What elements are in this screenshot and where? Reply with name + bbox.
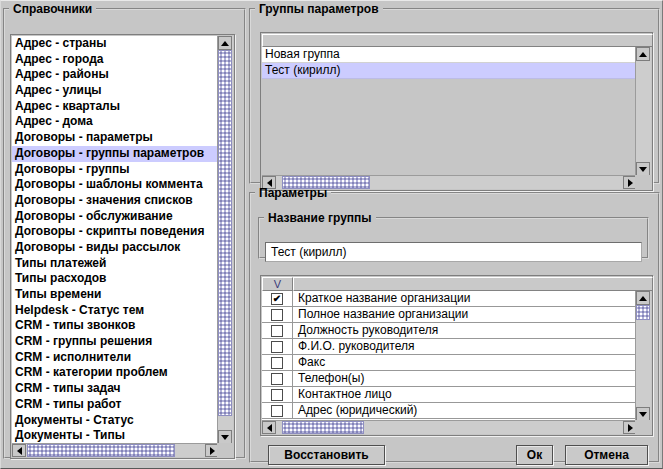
ok-button[interactable]: Ок [516,445,553,465]
groups-vertical-scrollbar[interactable] [635,47,651,176]
scroll-up-button[interactable] [218,36,232,50]
list-item[interactable]: Договоры - группы [12,162,218,178]
scroll-down-button[interactable] [636,162,650,176]
list-item[interactable]: Договоры - группы параметров [12,146,218,162]
parameter-label[interactable]: Краткое название организации [293,291,636,306]
cancel-button[interactable]: Отмена [565,445,648,465]
groups-panel: Группы параметров Новая группаТест (кири… [249,2,660,184]
list-item[interactable]: Договоры - виды рассылок [12,240,218,256]
list-item[interactable]: Договоры - обслуживание [12,209,218,225]
list-item[interactable]: Адрес - районы [12,67,218,83]
arrow-right-icon [628,424,633,432]
checkbox-icon[interactable] [271,373,283,385]
list-item[interactable]: Документы - Типы [12,428,218,444]
table-row: Должность руководителя [262,323,636,339]
label-column-header [293,277,653,291]
parameter-label[interactable]: Ф.И.О. руководителя [293,339,636,354]
directories-vertical-scrollbar[interactable] [217,36,233,444]
scrollbar-thumb[interactable] [636,305,650,320]
group-name-input[interactable]: Тест (кирилл) [265,242,642,262]
restore-button[interactable]: Восстановить [268,445,385,465]
arrow-left-icon [267,424,272,432]
directories-panel: Справочники Адрес - страныАдрес - города… [3,2,246,459]
parameters-table-header: V [262,277,653,291]
arrow-down-icon [639,167,647,172]
check-column-header: V [262,277,293,291]
list-item[interactable]: Типы платежей [12,256,218,272]
groups-panel-title: Группы параметров [255,2,383,16]
scrollbar-thumb[interactable] [27,444,175,457]
scrollbar-thumb[interactable] [218,50,232,416]
groups-header-cell [262,34,653,47]
scrollbar-thumb[interactable] [282,421,364,434]
arrow-right-icon [210,447,215,455]
group-row[interactable]: Новая группа [262,47,636,63]
parameters-table: ✔Краткое название организацииПолное назв… [262,291,636,421]
parameters-table-scrollpane: V ✔Краткое название организацииПолное на… [260,275,653,436]
table-row: Контактное лицо [262,387,636,403]
group-row[interactable]: Тест (кирилл) [262,63,636,79]
list-item[interactable]: Документы - Статус [12,413,218,429]
directories-horizontal-scrollbar[interactable] [12,443,219,457]
arrow-down-icon [221,435,229,440]
parameter-label[interactable]: Телефон(ы) [293,371,636,386]
list-item[interactable]: Helpdesk - Статус тем [12,303,218,319]
list-item[interactable]: CRM - группы решения [12,334,218,350]
parameter-label[interactable]: Полное название организации [293,307,636,322]
arrow-up-icon [639,52,647,57]
list-item[interactable]: CRM - типы работ [12,397,218,413]
scroll-left-button[interactable] [262,421,276,434]
list-item[interactable]: Договоры - параметры [12,130,218,146]
checkbox-cell [262,403,293,418]
checkbox-icon[interactable] [271,309,283,321]
parameter-label[interactable]: Должность руководителя [293,323,636,338]
scroll-down-button[interactable] [218,430,232,444]
table-row: Адрес (юридический) [262,403,636,419]
checkbox-cell [262,307,293,322]
checkbox-icon[interactable] [271,357,283,369]
list-item[interactable]: Типы расходов [12,271,218,287]
parameters-panel-title: Параметры [255,186,331,200]
groups-scrollpane: Новая группаТест (кирилл) [260,32,653,191]
list-item[interactable]: CRM - типы задач [12,381,218,397]
list-item[interactable]: Договоры - скрипты поведения [12,224,218,240]
list-item[interactable]: CRM - категории проблем [12,365,218,381]
table-vertical-scrollbar[interactable] [635,291,651,421]
list-item[interactable]: CRM - исполнители [12,350,218,366]
checkbox-icon[interactable] [271,325,283,337]
list-item[interactable]: Адрес - страны [12,36,218,52]
scroll-up-button[interactable] [636,291,650,305]
checkbox-cell [262,323,293,338]
parameter-label[interactable]: Адрес (юридический) [293,403,636,418]
table-row: Ф.И.О. руководителя [262,339,636,355]
list-item[interactable]: Адрес - города [12,52,218,68]
checkbox-icon[interactable] [271,389,283,401]
scroll-up-button[interactable] [636,47,650,61]
list-item[interactable]: Договоры - значения списков [12,193,218,209]
groups-table-header [262,34,653,47]
list-item[interactable]: Адрес - улицы [12,83,218,99]
checkbox-cell: ✔ [262,291,293,306]
parameter-label[interactable]: Факс [293,355,636,370]
table-horizontal-scrollbar[interactable] [262,420,637,434]
scroll-left-button[interactable] [12,444,26,457]
list-item[interactable]: Адрес - кварталы [12,99,218,115]
parameter-label[interactable]: Контактное лицо [293,387,636,402]
list-item[interactable]: Адрес - дома [12,114,218,130]
scroll-down-button[interactable] [636,407,650,421]
group-name-title: Название группы [264,211,376,225]
checkbox-icon[interactable] [271,341,283,353]
table-row: Факс [262,355,636,371]
checkbox-icon[interactable] [271,405,283,417]
arrow-down-icon [639,412,647,417]
list-item[interactable]: Типы времени [12,287,218,303]
checkbox-checked-icon[interactable]: ✔ [271,293,283,305]
list-item[interactable]: Договоры - шаблоны коммента [12,177,218,193]
checkbox-cell [262,355,293,370]
dialog-window: Справочники Адрес - страныАдрес - города… [0,0,663,469]
groups-list: Новая группаТест (кирилл) [262,47,636,176]
scrollpane-corner [217,443,233,457]
arrow-left-icon [17,447,22,455]
list-item[interactable]: CRM - типы звонков [12,318,218,334]
directories-panel-title: Справочники [9,2,96,16]
